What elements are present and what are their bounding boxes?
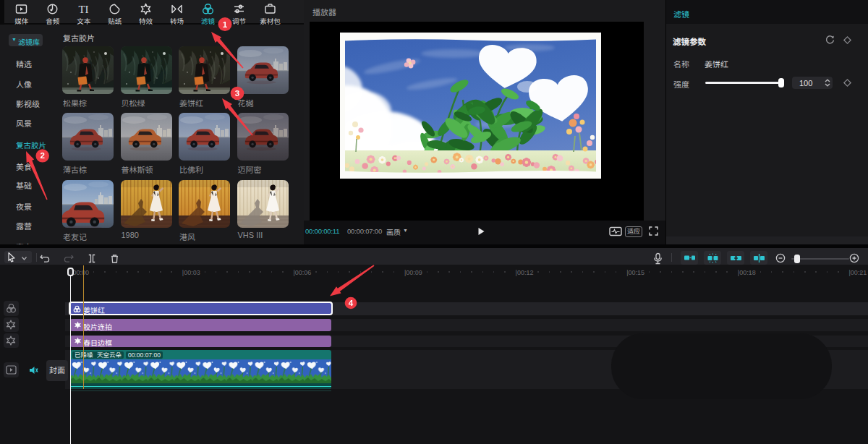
svg-text:3: 3 [235,89,239,98]
svg-text:1: 1 [223,20,228,29]
svg-text:4: 4 [349,299,354,307]
svg-text:2: 2 [40,151,44,160]
